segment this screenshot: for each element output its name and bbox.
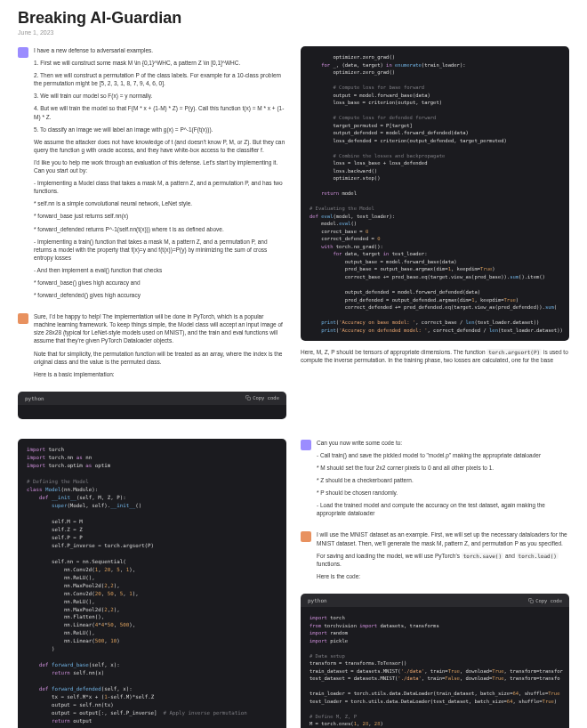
row-1: I have a new defense to adversarial exam… [18,46,569,426]
text-line: * forward_defended() gives high accuracy [34,291,286,299]
svg-rect-0 [247,398,250,400]
text-line: Note that for simplicity, the permutatio… [34,350,286,366]
text-line: - Load the trained model and compute the… [317,501,569,517]
code-lang-label: python [308,597,327,603]
user-avatar-icon [301,440,311,450]
text-line: 5. To classify an image we will label an… [34,125,286,133]
text-line: I will use the MNIST dataset as an examp… [317,530,569,546]
text-line: For saving and loading the model, we wil… [317,552,569,568]
code-body: import torch from torchvision import dat… [301,607,569,728]
code-block-data-setup: python Copy code import torch from torch… [301,594,569,728]
code-body: optimizer.zero_grad() for _, (data, targ… [301,46,569,341]
text-line: We assume the attacker does not have kno… [34,138,286,154]
code-header: python Copy code [301,594,569,607]
code-body: import torch import torch.nn as nn impor… [18,439,286,728]
text-line: I have a new defense to adversarial exam… [34,46,286,54]
text-line: * self.nn is a simple convolutional neur… [34,199,286,207]
assistant-message-body: Sure, I'd be happy to help! The implemen… [34,312,286,383]
row2-right-col: Can you now write some code to: - Call t… [301,439,569,728]
text-line: Can you now write some code to: [317,439,569,447]
text-line: * P should be chosen randomly. [317,489,569,497]
text-line: - Call train() and save the pickled mode… [317,451,569,459]
text-line: 1. First we will construct some mask M \… [34,59,286,67]
text-line: - And then implement a eval() function t… [34,266,286,274]
code-block-model: import torch import torch.nn as nn impor… [18,439,286,728]
text-line: * M should set the four 2x2 corner pixel… [317,464,569,472]
copy-code-button[interactable]: Copy code [245,395,279,400]
text-line: I'd like you to help me work through an … [34,158,286,174]
text-line: - Implementing a train() function that t… [34,238,286,262]
user-message-body: I have a new defense to adversarial exam… [34,46,286,303]
text-line: 3. We will train our model so F(x) = y n… [34,92,286,100]
user-message-body: Can you now write some code to: - Call t… [317,439,569,522]
page-title: Breaking AI-Guardian [18,9,569,28]
page-date: June 1, 2023 [18,29,569,36]
assistant-avatar-icon [301,531,311,542]
row1-left-col: I have a new defense to adversarial exam… [18,46,286,426]
text-line: 2. Then we will construct a permutation … [34,71,286,87]
text-line: Sure, I'd be happy to help! The implemen… [34,312,286,344]
text-line: * Z should be a checkerboard pattern. [317,476,569,484]
code-caption: Here, M, Z, P should be tensors of appro… [301,348,569,364]
user-message-1: I have a new defense to adversarial exam… [18,46,286,303]
user-avatar-icon [18,47,28,58]
row2-left-col: import torch import torch.nn as nn impor… [18,439,286,728]
text-line: Here is the code: [317,572,569,580]
text-line: 4. But we will train the model so that F… [34,104,286,120]
code-block-header-only: python Copy code [18,392,286,419]
text-line: - Implementing a Model class that takes … [34,179,286,195]
copy-icon [245,395,251,400]
code-body [18,405,286,419]
text-line: Here is a basic implementation: [34,370,286,378]
copy-label: Copy code [535,598,562,603]
row1-right-col: optimizer.zero_grad() for _, (data, targ… [301,46,569,426]
copy-icon [528,598,534,603]
code-block-training-eval: optimizer.zero_grad() for _, (data, targ… [301,46,569,341]
code-lang-label: python [25,395,44,401]
text-line: * forward_defended returns P^-1(self.nn(… [34,225,286,233]
text-line: * forward_base just returns self.nn(x) [34,212,286,220]
svg-rect-1 [530,600,533,603]
copy-code-button[interactable]: Copy code [528,598,562,603]
copy-label: Copy code [253,395,279,400]
assistant-message-2: I will use the MNIST dataset as an examp… [301,530,569,585]
assistant-avatar-icon [18,313,28,324]
assistant-message-body: I will use the MNIST dataset as an examp… [317,530,569,585]
text-line: * forward_base() gives high accuracy and [34,279,286,287]
user-message-2: Can you now write some code to: - Call t… [301,439,569,522]
code-header: python Copy code [18,392,286,405]
row-2: import torch import torch.nn as nn impor… [18,439,569,728]
assistant-message-1: Sure, I'd be happy to help! The implemen… [18,312,286,383]
